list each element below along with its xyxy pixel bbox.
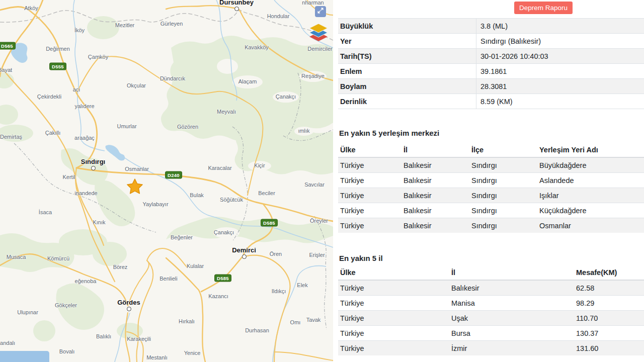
village-label: ımlık (298, 128, 309, 134)
village-label: Bulak (190, 192, 204, 198)
village-label: Karacalar (208, 165, 231, 171)
village-label: Çakıllı (45, 130, 61, 136)
village-label: Reşadiye (301, 73, 325, 79)
village-label: Öreyler (310, 218, 328, 224)
detail-row: Boylam28.3081 (338, 79, 644, 94)
village-label: Söğütcük (220, 197, 243, 203)
village-label: Kiçir (254, 162, 265, 168)
table-cell: Balıkesir (401, 188, 469, 203)
table-cell: Aslandede (537, 173, 644, 188)
village-label: Beciler (258, 190, 275, 196)
village-label: Yaylabayır (142, 201, 168, 207)
table-cell: Uşak (449, 311, 574, 326)
village-label: Kulalar (187, 263, 204, 269)
road-shield: D565 (0, 42, 16, 50)
town-label: Sındırgı (81, 158, 105, 165)
village-label: Çamköy (88, 54, 108, 60)
table-row: TürkiyeUşak110.70 (338, 311, 644, 326)
map-tiles (0, 0, 333, 362)
village-label: Atköy (24, 5, 38, 11)
table-cell: Küçükdağdere (537, 203, 644, 218)
expand-map-button[interactable] (315, 6, 326, 17)
detail-value: 8.59 (KM) (476, 94, 644, 109)
town-label: Dursunbey (219, 0, 254, 6)
settlements-table: ÜlkeİlİlçeYerleşim Yeri AdıTürkiyeBalıke… (338, 142, 644, 233)
detail-label: Enlem (338, 64, 476, 79)
column-header: Ülke (338, 142, 401, 157)
village-label: Değirmen (46, 46, 70, 52)
village-label: Musaca (7, 254, 26, 260)
table-cell: Türkiye (338, 157, 401, 173)
village-label: Ulupınar (17, 309, 38, 315)
village-label: Ören (270, 251, 282, 257)
village-label: İköy (74, 27, 85, 33)
town-label: Gördes (117, 299, 140, 306)
table-cell: Türkiye (338, 280, 449, 296)
provinces-table: ÜlkeİlMesafe(KM)TürkiyeBalıkesir62.58Tür… (338, 265, 644, 355)
table-cell: 130.37 (574, 326, 644, 341)
village-label: Hırkalı (179, 318, 195, 324)
table-cell: Sındırgı (469, 188, 537, 203)
deprem-raporu-button[interactable]: Deprem Raporu (514, 2, 573, 14)
table-cell: Türkiye (338, 188, 401, 203)
detail-value: 28.3081 (476, 79, 644, 94)
village-label: inandede (74, 190, 97, 196)
detail-label: Büyüklük (338, 19, 476, 34)
village-label: Savcılar (304, 182, 325, 188)
village-label: Yenice (184, 350, 201, 356)
detail-row: Tarih(TS)30-01-2026 10:40:03 (338, 49, 644, 64)
table-row: TürkiyeBursa130.37 (338, 326, 644, 341)
table-cell: Sındırgı (469, 203, 537, 218)
table-cell: 110.70 (574, 311, 644, 326)
detail-row: Enlem39.1861 (338, 64, 644, 79)
details-table: Büyüklük3.8 (ML)YerSındırgı (Balıkesir)T… (338, 18, 644, 109)
village-label: Gözören (177, 124, 198, 130)
village-label: Benlieli (159, 276, 177, 282)
table-cell: Bursa (449, 326, 574, 341)
village-label: Börez (113, 264, 128, 270)
town-dot-icon (127, 307, 131, 311)
table-cell: Balıkesir (401, 203, 469, 218)
map-canvas[interactable]: AtköyGürleyenHondularnharmanMezitlerİköy… (0, 0, 333, 362)
village-label: Osmanlar (125, 166, 149, 172)
road-shield: D240 (165, 171, 182, 179)
nearest-provinces-heading: En yakın 5 il (339, 254, 383, 262)
village-label: Okçular (127, 82, 146, 88)
detail-label: Boylam (338, 79, 476, 94)
header-row: ÜlkeİlMesafe(KM) (338, 265, 644, 280)
layers-control[interactable] (307, 22, 330, 44)
village-label: Gürleyen (160, 21, 183, 27)
column-header: İl (401, 142, 469, 157)
table-cell: Türkiye (338, 341, 449, 356)
table-cell: Manisa (449, 296, 574, 311)
village-label: Kavakköy (245, 44, 269, 50)
village-label: Mestanlı (146, 354, 168, 360)
table-row: TürkiyeBalıkesirSındırgıAslandede (338, 173, 644, 188)
village-label: Demirciler (307, 46, 333, 52)
column-header: Ülke (338, 265, 449, 280)
star-epicenter-icon (125, 177, 145, 197)
village-label: Tavak (306, 317, 321, 323)
table-cell: 131.60 (574, 341, 644, 356)
detail-value: Sındırgı (Balıkesir) (476, 34, 644, 49)
table-row: TürkiyeBalıkesirSındırgıBüyükdağdere (338, 157, 644, 173)
village-label: Gökçeler (55, 302, 77, 308)
village-label: Erişler (309, 252, 325, 258)
table-row: TürkiyeBalıkesirSındırgıOsmanlar (338, 218, 644, 233)
header-row: ÜlkeİlİlçeYerleşim Yeri Adı (338, 142, 644, 157)
table-cell: Sındırgı (469, 173, 537, 188)
village-label: Çanakçı (214, 229, 234, 235)
village-label: Hondular (267, 13, 290, 19)
table-cell: Işıklar (537, 188, 644, 203)
table-cell: Türkiye (338, 203, 401, 218)
town-label: Demirci (232, 246, 256, 254)
table-cell: Büyükdağdere (537, 157, 644, 173)
village-label: yalıdere (74, 103, 94, 109)
town-dot-icon (91, 166, 96, 170)
village-label: nandalı (0, 340, 15, 346)
table-cell: Sındırgı (469, 218, 537, 233)
detail-label: Derinlik (338, 94, 476, 109)
village-label: Umurlar (117, 123, 136, 129)
village-label: Dündarcık (160, 75, 185, 81)
road-shield: D585 (261, 219, 278, 227)
